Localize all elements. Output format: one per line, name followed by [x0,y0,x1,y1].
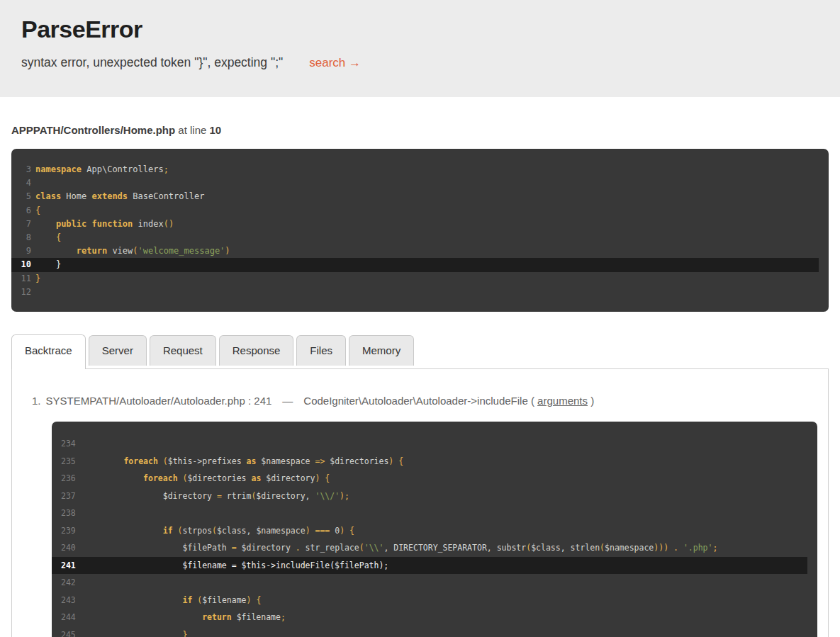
line-number: 236 [61,470,80,487]
code-line: 9 return view('welcome_message') [11,244,819,258]
backtrace-location: SYSTEMPATH/Autoloader/Autoloader.php : 2… [46,395,272,407]
code-line: 240 $filePath = $directory . str_replace… [52,539,807,557]
code-line: 11} [11,272,819,286]
backtrace-callsite: CodeIgniter\Autoloader\Autoloader->inclu… [303,395,527,407]
line-number: 12 [11,286,31,299]
tab-bar: BacktraceServerRequestResponseFilesMemor… [11,334,829,368]
line-number: 8 [11,231,31,244]
highlighted-code-line: 10 } [11,258,819,271]
tab-request[interactable]: Request [150,335,216,366]
code-line: 238 [52,504,807,522]
line-number: 5 [11,190,31,203]
error-header: ParseError syntax error, unexpected toke… [0,0,840,97]
line-number: 7 [11,218,31,231]
tab-backtrace[interactable]: Backtrace [11,334,86,369]
arguments-link[interactable]: arguments [537,395,588,407]
backtrace-panel: 1.SYSTEMPATH/Autoloader/Autoloader.php :… [11,368,829,637]
line-number: 243 [61,592,80,609]
tab-server[interactable]: Server [89,335,147,366]
file-path: APPPATH/Controllers/Home.php [11,124,175,136]
backtrace-item: 1.SYSTEMPATH/Autoloader/Autoloader.php :… [32,395,819,407]
error-file-location: APPPATH/Controllers/Home.php at line 10 [11,124,829,136]
tab-files[interactable]: Files [296,335,346,366]
code-line: 8 { [11,231,819,244]
error-line-number: 10 [210,124,222,136]
line-number: 244 [61,609,80,626]
code-line: 243 if ($filename) { [52,592,807,609]
line-number: 239 [61,522,80,540]
line-number: 237 [61,487,80,505]
code-line: 3namespace App\Controllers; [11,163,819,176]
line-number: 4 [11,176,31,190]
line-number: 242 [61,574,80,592]
args-paren-close: ) [588,395,594,407]
code-line: 244 return $filename; [52,609,807,626]
backtrace-separator: — [282,395,293,407]
search-link[interactable]: search → [309,56,361,70]
code-line: 235 foreach ($this->prefixes as $namespa… [52,453,807,470]
source-code-block: 3namespace App\Controllers;45class Home … [11,149,829,312]
code-line: 7 public function index() [11,218,819,231]
args-paren-open: ( [531,395,537,407]
line-number: 241 [61,557,80,575]
line-number: 235 [61,453,80,470]
code-line: 5class Home extends BaseController [11,190,819,203]
line-number: 10 [11,258,31,271]
line-number: 6 [11,204,31,218]
at-line-label: at line [178,124,209,136]
backtrace-index: 1. [32,395,41,407]
code-line: 4 [11,176,819,190]
line-number: 234 [61,435,80,453]
line-number: 240 [61,539,80,557]
line-number: 9 [11,244,31,258]
code-line: 6{ [11,204,819,218]
page-title: ParseError [21,15,819,43]
tab-response[interactable]: Response [219,335,294,366]
code-line: 12 [11,286,819,299]
error-message: syntax error, unexpected token "}", expe… [21,55,283,70]
line-number: 238 [61,504,80,522]
code-line: 239 if (strpos($class, $namespace) === 0… [52,522,807,540]
highlighted-code-line: 241 $filename = $this->includeFile($file… [52,557,807,575]
code-line: 236 foreach ($directories as $directory)… [52,470,807,487]
backtrace-code-block: 234235 foreach ($this->prefixes as $name… [52,422,817,637]
line-number: 11 [11,272,31,286]
code-line: 234 [52,435,807,453]
line-number: 3 [11,163,31,176]
code-line: 242 [52,574,807,592]
code-line: 237 $directory = rtrim($directory, '\\/'… [52,487,807,505]
code-line: 245 } [52,626,807,637]
tab-memory[interactable]: Memory [349,335,414,366]
line-number: 245 [61,626,80,637]
